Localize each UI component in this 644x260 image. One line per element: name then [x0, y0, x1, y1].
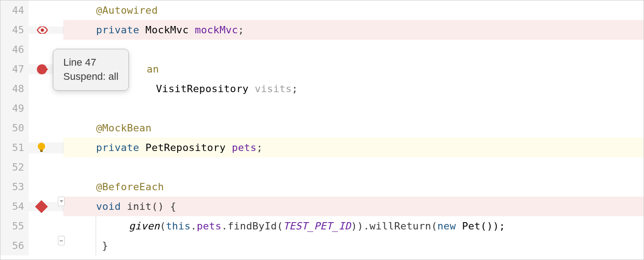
line-number[interactable]: 47 [0, 59, 29, 79]
svg-point-0 [41, 28, 44, 31]
code-content[interactable]: VisitRepository visits; [63, 79, 644, 99]
code-content[interactable]: } [63, 236, 644, 255]
editor-line[interactable]: 53@BeforeEach [0, 177, 644, 197]
code-content[interactable]: private MockMvc mockMvc; [63, 20, 644, 40]
code-token: ; [256, 142, 263, 153]
code-token: pets [232, 142, 256, 153]
code-token: mockMvc [195, 24, 238, 36]
code-token: private [96, 24, 139, 36]
code-token: given [129, 220, 160, 232]
editor-line[interactable]: 45private MockMvc mockMvc; [0, 20, 644, 40]
code-token: )).willReturn( [351, 220, 438, 232]
code-content[interactable]: given(this.pets.findById(TEST_PET_ID)).w… [63, 216, 644, 236]
code-token: MockMvc [139, 24, 195, 36]
editor-line[interactable]: 51private PetRepository pets; [0, 138, 644, 157]
editor-line[interactable]: 55given(this.pets.findById(TEST_PET_ID))… [0, 216, 644, 236]
line-number[interactable]: 55 [0, 216, 29, 236]
tooltip-line2: Suspend: all [63, 70, 118, 84]
line-number[interactable]: 44 [0, 0, 29, 20]
code-token: TEST_PET_ID [283, 220, 351, 232]
code-token: PetRepository [139, 142, 232, 153]
code-content[interactable]: @Autowired [63, 0, 644, 20]
gutter-icons[interactable] [29, 142, 63, 153]
code-content[interactable]: private PetRepository pets; [63, 138, 644, 157]
code-content[interactable]: @BeforeEach [63, 177, 644, 197]
line-number[interactable]: 52 [0, 157, 29, 177]
svg-point-1 [38, 143, 45, 150]
code-token: this [166, 220, 190, 232]
code-token: VisitRepository [150, 83, 255, 94]
code-token: @Autowired [96, 5, 158, 16]
code-editor[interactable]: 44@Autowired45private MockMvc mockMvc;46… [0, 0, 644, 255]
code-token: ( [160, 220, 166, 232]
fold-collapse-icon[interactable] [58, 197, 65, 206]
line-number[interactable]: 45 [0, 20, 29, 40]
code-token: init [127, 201, 152, 212]
line-number[interactable]: 56 [0, 236, 29, 255]
editor-line[interactable]: 54void init() { [0, 197, 644, 216]
code-token: pets [197, 220, 221, 232]
code-token: new [437, 220, 456, 232]
gutter-icons[interactable] [29, 26, 63, 34]
code-token: .findById( [221, 220, 283, 232]
code-token [121, 201, 127, 212]
code-content[interactable]: an [63, 59, 644, 79]
line-number[interactable]: 50 [0, 118, 29, 138]
indent-guide [96, 236, 96, 255]
line-number[interactable]: 54 [0, 197, 29, 216]
code-content[interactable]: @MockBean [63, 118, 644, 138]
breakpoint-icon[interactable] [37, 64, 47, 74]
editor-line[interactable]: 52 [0, 157, 644, 177]
line-number[interactable]: 51 [0, 138, 29, 157]
diamond-breakpoint-icon[interactable] [35, 200, 48, 213]
line-number[interactable]: 49 [0, 99, 29, 118]
code-token: ; [238, 24, 245, 36]
indent-guide [96, 216, 96, 236]
fold-indicator-icon[interactable] [58, 236, 65, 245]
line-number[interactable]: 48 [0, 79, 29, 99]
code-token: Pet()); [456, 220, 505, 232]
code-token: @MockBean [96, 122, 152, 134]
eye-icon[interactable] [37, 26, 48, 34]
breakpoint-tooltip: Line 47 Suspend: all [53, 49, 129, 91]
svg-rect-2 [40, 150, 43, 151]
editor-line[interactable]: 49 [0, 99, 644, 118]
code-token: } [102, 240, 108, 251]
code-token: void [96, 201, 121, 212]
code-token: . [190, 220, 197, 232]
code-token: an [147, 63, 159, 75]
code-token: () { [152, 201, 176, 212]
lightbulb-icon[interactable] [37, 142, 46, 153]
svg-rect-3 [41, 151, 43, 152]
editor-line[interactable]: 50@MockBean [0, 118, 644, 138]
editor-line[interactable]: 44@Autowired [0, 0, 644, 20]
code-content[interactable]: void init() { [63, 197, 644, 216]
editor-line[interactable]: 56} [0, 236, 644, 255]
code-token: ; [292, 83, 298, 94]
code-token: visits [255, 83, 291, 94]
line-number[interactable]: 46 [0, 40, 29, 59]
code-token: @BeforeEach [96, 181, 164, 192]
line-number[interactable]: 53 [0, 177, 29, 197]
code-token: private [96, 142, 139, 153]
tooltip-line1: Line 47 [63, 56, 118, 70]
